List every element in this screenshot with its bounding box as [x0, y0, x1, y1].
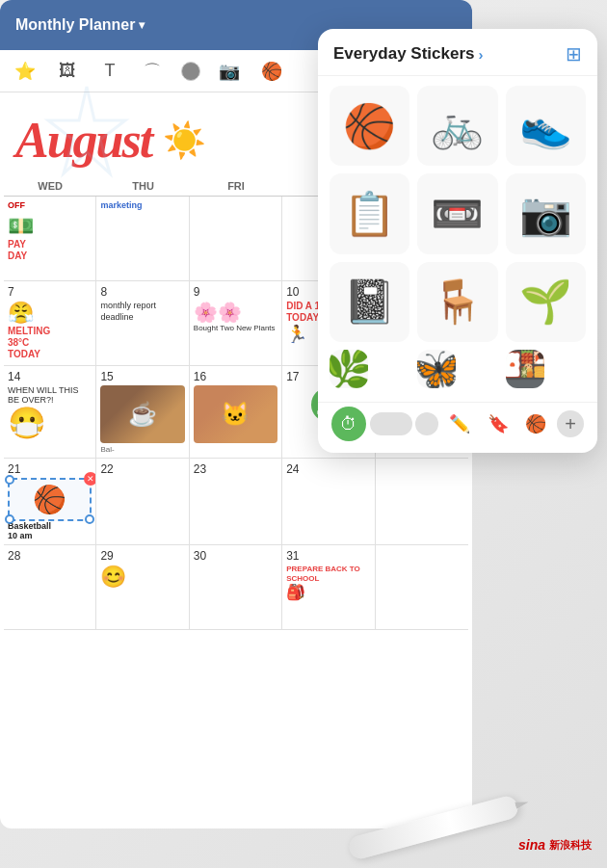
cell-note: PAYDAY [8, 239, 92, 262]
sticker-panel: Everyday Stickers › ⊞ 🏀 🚲 👟 📋 📼 📷 📓 🪑 🌱 … [318, 29, 597, 453]
add-btn[interactable]: + [557, 410, 584, 437]
table-row: 30 [190, 545, 282, 630]
handle-br[interactable] [85, 514, 94, 524]
table-row: 22 [96, 459, 189, 545]
table-row [376, 459, 468, 545]
cell-note: marketing [100, 200, 184, 211]
cell-number: 28 [8, 549, 92, 563]
cell-number: 22 [100, 462, 184, 476]
cell-number: 7 [8, 285, 92, 299]
handle-tl[interactable] [5, 475, 14, 485]
sticker-butterfly[interactable]: 🦋 [417, 350, 456, 388]
star-decoration [29, 77, 145, 193]
table-row: 24 [282, 459, 375, 545]
pencil-btn[interactable]: ✏️ [442, 407, 477, 441]
ball-btn[interactable]: 🏀 [518, 407, 553, 441]
sticker-grid: 🏀 🚲 👟 📋 📼 📷 📓 🪑 🌱 🌿 🦋 🍱 [318, 76, 597, 398]
cell-number: 29 [100, 549, 184, 563]
off-label: OFF [8, 200, 92, 210]
cell-number: 23 [194, 462, 277, 476]
table-row: 14 WHEN WILL THIS BE OVER?! 😷 [4, 366, 96, 459]
table-row: 21 ✕ 🏀 Basketball10 am [4, 459, 96, 545]
camera-toolbar-icon[interactable]: 📷 [216, 58, 243, 85]
sticker-notebook[interactable]: 📋 [330, 173, 409, 253]
cell-number: 24 [286, 462, 370, 476]
recents-btn[interactable]: ⏱ [331, 407, 366, 441]
table-row: 9 🌸🌸 Bought Two New Plants [190, 281, 282, 366]
table-row: 7 😤 MELTING38°CTODAY [4, 281, 96, 366]
table-row: OFF 💵 PAYDAY [4, 197, 96, 281]
planner-title[interactable]: Monthly Planner [15, 16, 145, 34]
table-row: marketing [96, 197, 189, 281]
sticker-leaves[interactable]: 🌿 [330, 350, 368, 388]
cell-number: 31 [286, 549, 370, 563]
sina-logo: sina [518, 837, 545, 853]
day-fri: FRI [190, 176, 282, 196]
circle-btn[interactable] [415, 412, 438, 435]
cell-note: MELTING38°CTODAY [8, 326, 92, 360]
cell-note: monthly report deadline [100, 301, 184, 323]
table-row: 16 🐱 [190, 366, 282, 459]
table-row [190, 197, 282, 281]
cell-number: 14 [8, 370, 92, 383]
table-row: 15 ☕ Bal- [96, 366, 189, 459]
sun-icon: ☀️ [163, 120, 206, 161]
sticker-panel-header: Everyday Stickers › ⊞ [318, 29, 597, 76]
basketball-selected-area[interactable]: ✕ 🏀 [8, 478, 92, 521]
cell-number: 8 [100, 285, 184, 299]
face-sticker: 😷 [8, 405, 92, 441]
cell-note: WHEN WILL THIS BE OVER?! [8, 385, 92, 405]
cell-note: PREPARE BACK TO SCHOOL [286, 565, 370, 583]
delete-handle[interactable]: ✕ [84, 472, 96, 486]
sticker-basketball[interactable]: 🏀 [330, 86, 409, 166]
sticker-bottom-bar: ⏱ ✏️ 🔖 🏀 + [318, 402, 597, 441]
watermark: sina 新浪科技 [518, 837, 592, 853]
handle-bl[interactable] [5, 514, 14, 524]
cell-number: 30 [194, 549, 277, 563]
sticker-plant[interactable]: 🌱 [506, 262, 586, 342]
sticker-bento[interactable]: 🍱 [506, 350, 544, 388]
sticker-notebook-paw[interactable]: 📓 [330, 262, 409, 342]
basketball-sticker: 🏀 [13, 484, 86, 515]
sticker-bicycle[interactable]: 🚲 [417, 86, 497, 166]
cat-image: 🐱 [194, 385, 277, 443]
sticker-sneakers[interactable]: 👟 [506, 86, 586, 166]
cell-number: 9 [194, 285, 277, 299]
table-row: 31 PREPARE BACK TO SCHOOL 🎒 [282, 545, 375, 630]
sticker-panel-title: Everyday Stickers › [333, 44, 484, 64]
cell-number: 15 [100, 370, 184, 383]
emoji-sticker: 😊 [100, 565, 184, 590]
coffee-image: ☕ [100, 385, 184, 443]
cell-note: Bought Two New Plants [194, 324, 277, 332]
cn-label: 新浪科技 [549, 838, 592, 853]
bookmark-btn[interactable]: 🔖 [481, 407, 515, 441]
sticker-cassette[interactable]: 📼 [417, 173, 497, 253]
cell-number: 21 [8, 462, 92, 476]
backpack-icon: 🎒 [286, 583, 370, 601]
table-row: 8 monthly report deadline [96, 281, 189, 366]
basketball-toolbar-icon[interactable]: 🏀 [258, 58, 285, 85]
cell-number: 16 [194, 370, 277, 383]
sticker-table[interactable]: 🪑 [417, 262, 497, 342]
oval-btn[interactable] [370, 412, 412, 435]
cell-note: Bal- [100, 445, 184, 454]
table-row: 28 [4, 545, 96, 630]
table-row: 29 😊 [96, 545, 189, 630]
sticker-camera[interactable]: 📷 [506, 173, 586, 253]
table-row [376, 545, 468, 630]
color-picker[interactable] [181, 62, 200, 81]
chevron-icon: › [479, 46, 484, 63]
table-row: 23 [190, 459, 282, 545]
cell-note: Basketball10 am [8, 521, 92, 540]
layout-button[interactable]: ⊞ [566, 42, 582, 66]
